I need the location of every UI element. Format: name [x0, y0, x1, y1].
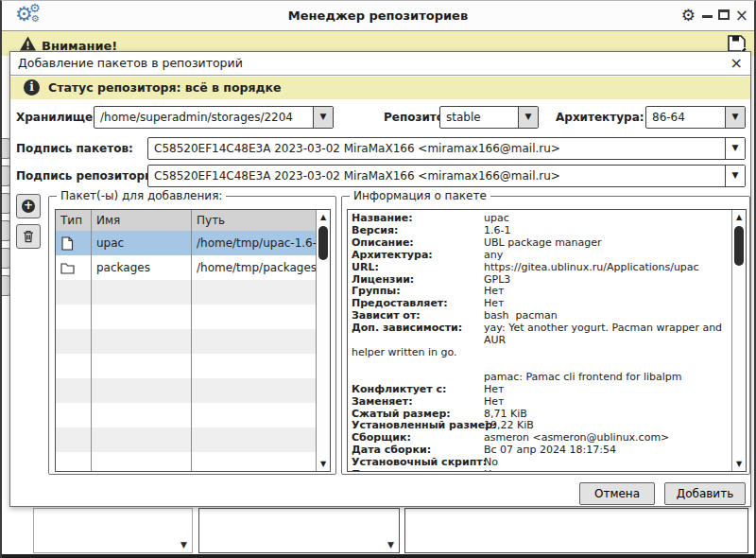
table-empty-row[interactable]	[56, 403, 318, 427]
package-info-groupbox: Информация о пакете Название:upacВерсия:…	[341, 196, 750, 475]
column-header[interactable]: Имя	[92, 210, 192, 231]
add-packages-dialog: Добавление пакетов в репозиторий × i Ста…	[9, 51, 751, 507]
info-value: Нет	[484, 384, 504, 396]
file-icon	[56, 231, 92, 255]
add-package-button[interactable]: +	[16, 194, 41, 218]
sign-repository-label: Подпись репозитория:	[16, 165, 164, 187]
info-label	[352, 372, 484, 384]
package-name: upac	[92, 231, 192, 255]
table-empty-row[interactable]	[56, 427, 318, 452]
trash-icon	[21, 229, 36, 244]
info-value: Нет	[484, 469, 504, 472]
info-row: Версия:1.6-1	[352, 225, 727, 237]
minimize-button[interactable]	[702, 15, 713, 18]
info-value	[352, 359, 727, 372]
background-combobox-middle[interactable]: ▼	[198, 508, 400, 553]
folder-icon	[56, 255, 92, 280]
warning-triangle-icon	[19, 35, 37, 52]
info-value: UBL package manager	[484, 237, 602, 250]
window-titlebar: ⚙ ⚙ ⚙ Менеджер репозиториев ⚙ ×	[2, 1, 754, 31]
sign-repository-combobox[interactable]: C58520EF14C48E3A 2023-03-02 MiraMaX166 <…	[147, 165, 746, 187]
info-label: Архитектура:	[352, 250, 484, 262]
info-row: Название:upac	[352, 213, 727, 225]
info-value: any	[484, 250, 503, 262]
table-empty-row[interactable]	[56, 378, 318, 403]
sign-packages-combobox[interactable]: C58520EF14C48E3A 2023-03-02 MiraMaX166 <…	[147, 137, 746, 160]
table-row[interactable]: packages/home/tmp/packages	[56, 255, 318, 280]
packages-legend: Пакет(-ы) для добавления:	[57, 189, 226, 202]
repository-combobox[interactable]: stable ▼	[439, 106, 539, 129]
info-row: Описание:UBL package manager	[352, 237, 727, 250]
info-value: 1.6-1	[484, 225, 510, 237]
info-row: Архитектура:any	[352, 250, 727, 262]
info-label: Описание:	[352, 237, 484, 250]
settings-gear-icon[interactable]: ⚙	[681, 1, 696, 31]
scroll-up-icon[interactable]: ▲	[317, 210, 330, 224]
table-empty-row[interactable]	[56, 354, 318, 378]
add-button[interactable]: Добавить	[664, 482, 746, 505]
status-banner: i Статус репозиторя: всё в порядке	[10, 77, 750, 99]
package-path: /home/tmp/packages	[192, 255, 318, 280]
table-header-row: ТипИмяПуть	[56, 210, 318, 231]
info-value: https://gitea.ublinux.ru/Applications/up…	[484, 262, 699, 274]
info-row: pamac: Pamac cli frontend for libalpm	[352, 372, 727, 384]
dialog-title: Добавление пакетов в репозиторий	[18, 52, 243, 76]
chevron-down-icon[interactable]: ▼	[725, 107, 745, 128]
info-value: Нет	[484, 396, 504, 409]
architecture-combobox[interactable]: 86-64 ▼	[645, 106, 746, 129]
cancel-button[interactable]: Отмена	[579, 482, 655, 505]
window-title: Менеджер репозиториев	[2, 1, 754, 31]
column-header[interactable]: Тип	[56, 210, 92, 231]
package-info-panel: Название:upacВерсия:1.6-1Описание:UBL pa…	[347, 209, 747, 472]
table-empty-row[interactable]	[56, 280, 318, 305]
remove-package-button[interactable]	[16, 224, 41, 249]
info-value: upac	[484, 213, 509, 225]
info-label: URL:	[352, 262, 484, 274]
info-row: Лицензии:GPL3	[352, 274, 727, 287]
scroll-down-icon[interactable]: ▼	[732, 457, 746, 471]
info-label: Название:	[352, 213, 484, 225]
dialog-titlebar: Добавление пакетов в репозиторий ×	[10, 52, 750, 76]
info-row: URL:https://gitea.ublinux.ru/Application…	[352, 262, 727, 274]
window-close-button[interactable]: ×	[735, 1, 748, 31]
storage-combobox[interactable]: /home/superadmin/storages/2204 ▼	[94, 106, 334, 129]
window-bottom-border	[2, 554, 754, 558]
packages-groupbox: Пакет(-ы) для добавления: ТипИмяПуть upa…	[48, 196, 336, 475]
info-row: Доп. зависимости:yay: Yet another yogurt…	[352, 323, 727, 347]
chevron-down-icon[interactable]: ▼	[518, 107, 538, 128]
table-empty-row[interactable]	[56, 329, 318, 354]
info-value: Вс 07 апр 2024 18:17:54	[484, 445, 616, 457]
file-icon	[60, 236, 74, 251]
chevron-down-icon[interactable]: ▼	[313, 107, 333, 128]
package-name: packages	[92, 255, 192, 280]
info-label: Версия:	[352, 225, 484, 237]
scroll-down-icon[interactable]: ▼	[317, 457, 330, 471]
background-combobox-left[interactable]: ▼	[33, 508, 193, 553]
info-icon: i	[24, 79, 40, 96]
folder-icon	[60, 262, 75, 274]
packages-scrollbar[interactable]: ▲ ▼	[316, 210, 330, 471]
info-value: pamac: Pamac cli frontend for libalpm	[484, 372, 682, 384]
scrollbar-thumb[interactable]	[318, 226, 328, 260]
info-row	[352, 359, 727, 372]
info-row: Заменяет:Нет	[352, 396, 727, 409]
plus-icon: +	[22, 200, 35, 213]
status-text: Статус репозиторя: всё в порядке	[48, 80, 282, 95]
packages-table[interactable]: ТипИмяПуть upac/home/tmp/upac-1.6-1-anyp…	[55, 209, 331, 472]
maximize-button[interactable]	[718, 9, 730, 20]
table-empty-row[interactable]	[56, 305, 318, 329]
package-info-legend: Информация о пакете	[350, 189, 490, 202]
info-label: Конфликтует с:	[352, 384, 484, 396]
info-label: Доп. зависимости:	[352, 323, 484, 347]
scrollbar-thumb[interactable]	[734, 226, 744, 266]
table-row[interactable]: upac/home/tmp/upac-1.6-1-any	[56, 231, 318, 255]
info-row: helper written in go.	[352, 347, 727, 359]
info-scrollbar[interactable]: ▲ ▼	[731, 210, 746, 471]
info-row: Проверен:Нет	[352, 469, 727, 472]
chevron-down-icon[interactable]: ▼	[725, 138, 745, 159]
table-empty-row[interactable]	[56, 452, 318, 472]
scroll-up-icon[interactable]: ▲	[732, 210, 746, 224]
column-header[interactable]: Путь	[192, 210, 318, 231]
chevron-down-icon[interactable]: ▼	[725, 166, 745, 186]
dialog-close-button[interactable]: ×	[730, 52, 743, 76]
